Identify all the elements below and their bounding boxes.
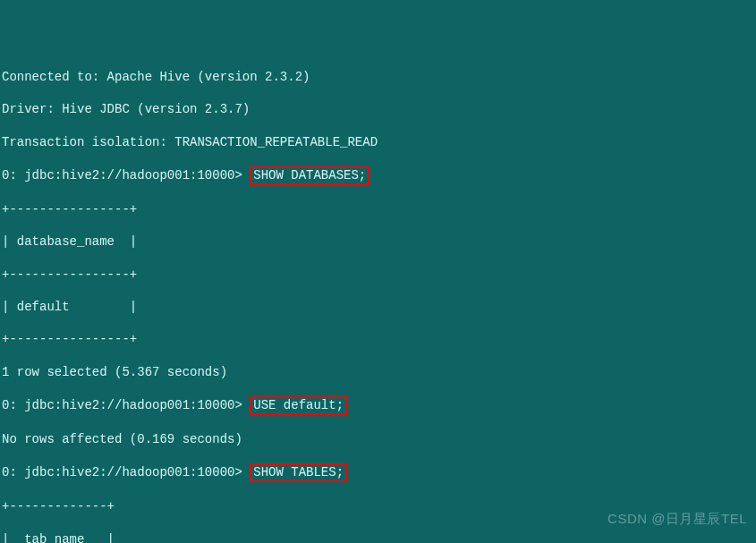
command-use-default: USE default;	[250, 396, 347, 415]
driver-line: Driver: Hive JDBC (version 2.3.7)	[2, 101, 754, 117]
db-border-top: +----------------+	[2, 201, 754, 217]
prompt-line-show-tables[interactable]: 0: jdbc:hive2://hadoop001:10000> SHOW TA…	[2, 463, 754, 482]
prompt-text: 0: jdbc:hive2://hadoop001:10000>	[2, 398, 250, 412]
db-row: | default |	[2, 299, 754, 315]
db-border-bot: +----------------+	[2, 331, 754, 347]
prompt-line-show-databases[interactable]: 0: jdbc:hive2://hadoop001:10000> SHOW DA…	[2, 166, 754, 185]
watermark-text: CSDN @日月星辰TEL	[607, 510, 747, 528]
command-show-tables: SHOW TABLES;	[250, 463, 347, 482]
use-result: No rows affected (0.169 seconds)	[2, 431, 754, 447]
command-show-databases: SHOW DATABASES;	[250, 166, 370, 185]
isolation-line: Transaction isolation: TRANSACTION_REPEA…	[2, 134, 754, 150]
tab-header: | tab_name |	[2, 531, 754, 543]
db-result: 1 row selected (5.367 seconds)	[2, 364, 754, 380]
connected-line: Connected to: Apache Hive (version 2.3.2…	[2, 69, 754, 85]
prompt-text: 0: jdbc:hive2://hadoop001:10000>	[2, 465, 250, 479]
prompt-text: 0: jdbc:hive2://hadoop001:10000>	[2, 168, 250, 182]
db-header: | database_name |	[2, 233, 754, 250]
prompt-line-use[interactable]: 0: jdbc:hive2://hadoop001:10000> USE def…	[2, 396, 754, 415]
db-border-mid: +----------------+	[2, 267, 754, 283]
